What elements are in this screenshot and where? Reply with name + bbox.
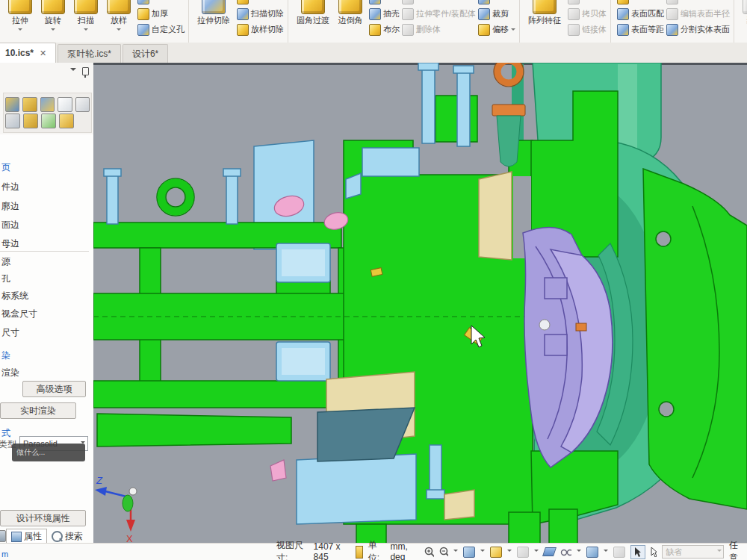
gear-icon[interactable] xyxy=(22,97,37,112)
chevron-down-icon xyxy=(717,550,722,554)
chamfer-button[interactable]: 边倒角 xyxy=(334,0,367,26)
surface-offset-button[interactable]: 表面等距 xyxy=(617,22,664,37)
prop-hole[interactable]: 孔 xyxy=(1,273,10,285)
zoom-out-icon[interactable] xyxy=(439,547,448,558)
sweep-button[interactable]: 扫描 xyxy=(69,0,102,33)
pan-view-icon[interactable] xyxy=(463,547,475,558)
clipped-button[interactable] xyxy=(617,0,664,6)
shield-icon[interactable] xyxy=(40,97,55,112)
display-option-face-edges[interactable]: 面边 xyxy=(1,219,19,231)
loft-cut-button[interactable]: 放样切除 xyxy=(237,22,284,37)
globe-icon[interactable] xyxy=(5,97,19,112)
trim-icon xyxy=(478,8,490,20)
clipped-button[interactable] xyxy=(369,0,400,6)
clipped-icon xyxy=(666,0,678,4)
display-option-fragment[interactable]: 页 xyxy=(1,161,10,174)
tab-10-ics[interactable]: 10.ics* ✕ xyxy=(0,43,56,63)
trim-button[interactable]: 裁剪 xyxy=(478,6,515,22)
revolve-button[interactable]: 旋转 xyxy=(37,0,69,33)
perspective-icon[interactable] xyxy=(542,547,557,556)
edit-page-icon[interactable] xyxy=(58,97,72,112)
fillet-button[interactable]: 圆角过渡 xyxy=(292,0,334,26)
zoom-in-icon[interactable] xyxy=(424,547,433,558)
clipped-button[interactable] xyxy=(237,0,284,6)
display-option-edges[interactable]: 母边 xyxy=(1,237,19,250)
pick-cursor-icon[interactable] xyxy=(651,547,657,557)
sweep-cut-button[interactable]: 扫描切除 xyxy=(237,6,284,22)
clipped-button[interactable] xyxy=(478,0,515,6)
box-icon[interactable] xyxy=(59,113,74,128)
view-cube-yellow-icon[interactable] xyxy=(490,547,502,558)
calculator-icon[interactable] xyxy=(5,113,20,128)
close-icon[interactable]: ✕ xyxy=(40,49,46,58)
axis-triad-icon[interactable] xyxy=(41,113,56,128)
offset-icon xyxy=(478,24,490,36)
filter-any-label[interactable]: 任意 xyxy=(729,539,744,560)
chevron-down-icon[interactable] xyxy=(604,550,608,554)
realtime-render-button[interactable]: 实时渲染 xyxy=(0,402,76,419)
extrude-button[interactable]: 拉伸 xyxy=(4,0,37,33)
loft-button[interactable]: 放样 xyxy=(102,0,135,33)
chevron-down-icon[interactable] xyxy=(70,68,76,74)
pin-icon[interactable] xyxy=(82,67,89,75)
chevron-down-icon[interactable] xyxy=(480,550,485,554)
chevron-down-icon[interactable] xyxy=(507,550,512,554)
advanced-options-button[interactable]: 高级选项 xyxy=(22,381,86,397)
tab-search[interactable]: 搜索 xyxy=(47,529,87,544)
prop-light-source[interactable]: 源 xyxy=(1,255,10,268)
tab-pump-impeller[interactable]: 泵叶轮.ics* xyxy=(58,44,121,63)
page-icon[interactable] xyxy=(75,97,90,112)
ribbon-group-modify: 圆角过渡 边倒角 抽壳 布尔 拉伸零件/装配体 删除体 裁剪 偏移 xyxy=(288,0,520,43)
clipped-icon xyxy=(237,0,249,4)
pattern-small-column: 拷贝体 链接体 xyxy=(568,0,607,37)
display-option-silhouette-edges[interactable]: 廓边 xyxy=(1,200,19,213)
clipped-tab-icon[interactable] xyxy=(0,530,6,542)
chevron-down-icon[interactable] xyxy=(51,28,55,33)
extrude-cut-button[interactable]: 拉伸切除 xyxy=(193,0,235,26)
3d-viewport[interactable]: Z X xyxy=(93,63,747,544)
ruler-icon[interactable] xyxy=(356,546,363,559)
chevron-down-icon[interactable] xyxy=(453,550,458,554)
chevron-down-icon[interactable] xyxy=(577,550,581,554)
prop-coordinate-system[interactable]: 标系统 xyxy=(1,290,28,302)
discharge-flange[interactable] xyxy=(643,169,747,509)
cyan-bottom-panel xyxy=(297,454,416,524)
pattern-feature-button[interactable]: 阵列特征 xyxy=(524,0,565,26)
tooltip-overlay: 做什么... xyxy=(12,444,85,461)
glasses-icon[interactable] xyxy=(560,547,571,556)
revolve-icon xyxy=(41,0,65,14)
chevron-down-icon[interactable] xyxy=(18,28,22,33)
view-cube-blue-icon[interactable] xyxy=(586,547,598,558)
split-solid-surface-button[interactable]: 分割实体表面 xyxy=(666,22,730,37)
chevron-down-icon[interactable] xyxy=(117,28,121,33)
select-cursor-button[interactable] xyxy=(630,545,645,559)
chevron-down-icon[interactable] xyxy=(84,28,88,33)
walk-icon[interactable] xyxy=(517,547,529,558)
chevron-down-icon[interactable] xyxy=(511,28,515,33)
prop-size[interactable]: 尺寸 xyxy=(1,326,19,339)
custom-hole-button[interactable]: 自定义孔 xyxy=(137,22,185,37)
clipped-button[interactable] xyxy=(137,0,185,6)
status-left-fragment[interactable]: m xyxy=(1,550,8,559)
shell-button[interactable]: 抽壳 xyxy=(369,6,400,22)
units-value[interactable]: mm, deg xyxy=(390,541,419,560)
prop-view-box-size[interactable]: 视盒尺寸 xyxy=(1,308,37,320)
surface-match-button[interactable]: 表面匹配 xyxy=(617,6,664,22)
loft-cut-icon xyxy=(237,24,249,36)
tab-design6[interactable]: 设计6* xyxy=(123,44,168,63)
boolean-button[interactable]: 布尔 xyxy=(369,22,400,37)
thicken-button[interactable]: 加厚 xyxy=(137,6,185,22)
measure-icon[interactable] xyxy=(23,113,38,128)
bolt-head xyxy=(104,169,121,176)
selection-filter-combo: 缺省 xyxy=(662,545,724,559)
tab-properties[interactable]: 属性 xyxy=(6,529,47,544)
offset-button[interactable]: 偏移 xyxy=(478,22,515,37)
bolt-head xyxy=(453,66,474,73)
prop-rendering[interactable]: 渲染 xyxy=(1,367,19,379)
chevron-down-icon[interactable] xyxy=(534,550,539,554)
display-option-part-edges[interactable]: 件边 xyxy=(1,181,19,193)
lower-bolt xyxy=(430,445,441,491)
render-mode-icon-disabled xyxy=(613,547,625,558)
prop-render-fragment[interactable]: 染 xyxy=(1,349,10,362)
design-environment-properties-button[interactable]: 设计环境属性 xyxy=(0,510,86,526)
